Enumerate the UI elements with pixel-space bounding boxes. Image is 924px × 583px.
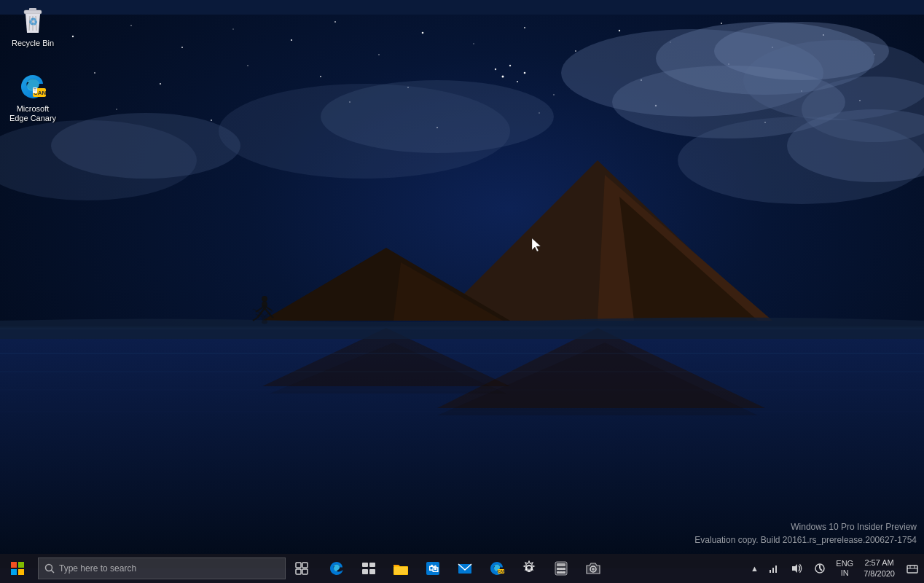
svg-rect-103 <box>296 569 301 574</box>
svg-point-6 <box>334 21 336 23</box>
pinned-file-explorer[interactable] <box>385 554 417 583</box>
pinned-store[interactable]: 🛍 <box>417 554 449 583</box>
pinned-taskview2[interactable] <box>353 554 385 583</box>
search-icon <box>44 563 55 574</box>
language-indicator[interactable]: ENG IN <box>831 554 858 583</box>
svg-rect-128 <box>775 566 777 573</box>
svg-point-10 <box>524 27 525 28</box>
date-display: 7/8/2020 <box>864 568 895 579</box>
svg-rect-118 <box>557 568 560 570</box>
file-explorer-icon <box>392 560 410 577</box>
svg-rect-120 <box>563 568 565 570</box>
recycle-bin-icon[interactable]: ♻ Recycle Bin <box>4 4 62 51</box>
recycle-bin-image: ♻ <box>18 7 47 36</box>
svg-rect-110 <box>394 567 407 574</box>
edge-canary-icon[interactable]: CAN MicrosoftEdge Canary <box>4 69 62 126</box>
desktop: Windows 10 Pro Insider Preview Evaluatio… <box>0 0 924 583</box>
camera-icon <box>584 560 602 577</box>
search-placeholder: Type here to search <box>59 563 136 574</box>
svg-point-23 <box>495 69 496 70</box>
svg-point-12 <box>619 30 620 31</box>
svg-point-18 <box>94 72 95 74</box>
store-icon: 🛍 <box>424 560 442 577</box>
start-button[interactable] <box>0 554 35 583</box>
svg-point-8 <box>422 32 424 34</box>
svg-point-5 <box>291 39 292 41</box>
pinned-edge[interactable] <box>321 554 353 583</box>
svg-point-29 <box>211 120 212 121</box>
svg-rect-96 <box>18 562 24 568</box>
svg-point-3 <box>181 47 183 48</box>
notification-icon <box>907 563 918 574</box>
time-display: 2:57 AM <box>864 557 893 568</box>
watermark-line2: Evaluation copy. Build 20161.rs_prerelea… <box>694 533 917 547</box>
svg-point-36 <box>502 76 504 78</box>
svg-rect-95 <box>11 562 17 568</box>
svg-point-99 <box>46 565 52 571</box>
svg-line-100 <box>52 571 55 574</box>
svg-rect-121 <box>557 571 560 574</box>
svg-rect-98 <box>18 569 24 575</box>
region-code: IN <box>841 568 849 578</box>
svg-point-9 <box>473 43 474 44</box>
svg-text:CAN: CAN <box>498 570 506 574</box>
svg-point-14 <box>721 23 722 24</box>
svg-point-45 <box>714 22 889 80</box>
svg-rect-123 <box>563 571 565 574</box>
edge-canary-label: MicrosoftEdge Canary <box>9 104 56 123</box>
pinned-camera[interactable] <box>577 554 609 583</box>
pinned-apps: 🛍 <box>318 554 747 583</box>
taskbar: Type here to search <box>0 554 924 583</box>
network-icon[interactable] <box>761 554 785 583</box>
svg-point-51 <box>321 80 554 153</box>
svg-rect-122 <box>560 571 563 574</box>
pinned-mail[interactable] <box>449 554 481 583</box>
power-icon[interactable] <box>808 554 831 583</box>
notification-button[interactable] <box>901 554 924 583</box>
svg-point-19 <box>160 83 161 85</box>
task-view-icon <box>295 562 308 575</box>
svg-line-132 <box>820 568 822 571</box>
language-code: ENG <box>836 559 853 568</box>
svg-rect-85 <box>29 8 36 11</box>
edge-canary-taskbar-icon: CAN <box>488 560 506 577</box>
svg-rect-94 <box>34 90 36 90</box>
svg-point-2 <box>130 25 132 26</box>
volume-icon[interactable] <box>785 554 808 583</box>
svg-rect-101 <box>296 563 301 568</box>
clock[interactable]: 2:57 AM 7/8/2020 <box>858 554 901 583</box>
pinned-calculator[interactable] <box>545 554 577 583</box>
recycle-bin-label: Recycle Bin <box>12 39 54 48</box>
watermark-line1: Windows 10 Pro Insider Preview <box>694 520 917 533</box>
calculator-icon <box>552 560 570 577</box>
taskview2-icon <box>360 560 377 577</box>
svg-point-4 <box>232 28 233 29</box>
svg-point-74 <box>262 321 267 324</box>
show-hidden-icons-button[interactable]: ▲ <box>747 554 761 583</box>
svg-point-24 <box>553 94 555 95</box>
svg-point-49 <box>51 113 240 179</box>
svg-rect-105 <box>362 563 368 567</box>
svg-point-7 <box>378 54 380 55</box>
search-bar[interactable]: Type here to search <box>38 557 286 579</box>
system-tray: ▲ <box>747 554 924 583</box>
mail-icon <box>456 560 474 577</box>
svg-rect-108 <box>369 569 375 574</box>
svg-rect-117 <box>557 563 565 566</box>
svg-text:🛍: 🛍 <box>428 563 439 574</box>
svg-rect-97 <box>11 569 17 575</box>
svg-point-20 <box>247 65 248 66</box>
svg-point-1 <box>72 36 74 37</box>
pinned-settings[interactable] <box>513 554 545 583</box>
pinned-edge-canary[interactable]: CAN <box>481 554 513 583</box>
svg-rect-126 <box>770 570 771 573</box>
svg-point-39 <box>524 72 526 74</box>
svg-point-66 <box>262 296 267 302</box>
task-view-button[interactable] <box>286 554 318 583</box>
svg-rect-127 <box>772 568 774 573</box>
svg-point-28 <box>116 109 117 110</box>
svg-marker-129 <box>792 564 797 573</box>
svg-rect-93 <box>34 88 36 89</box>
settings-icon <box>520 560 538 577</box>
svg-point-11 <box>575 50 576 52</box>
